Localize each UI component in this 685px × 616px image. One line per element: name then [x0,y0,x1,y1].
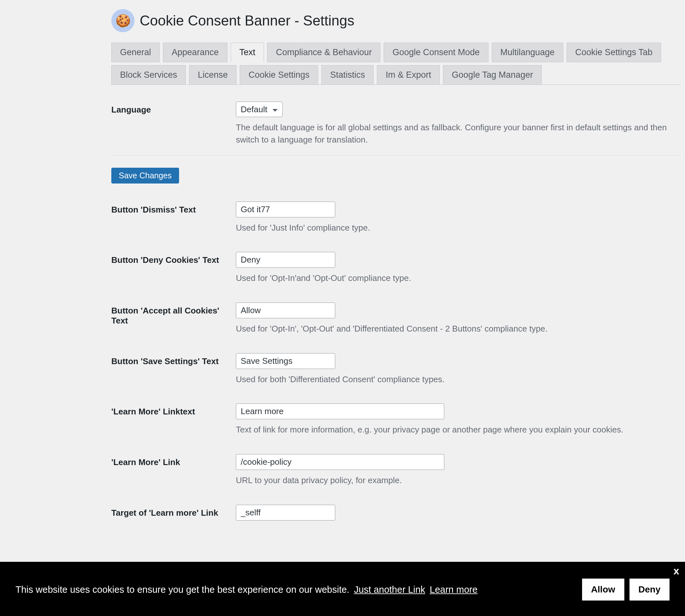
label-language: Language [111,102,236,146]
banner-link-learn-more[interactable]: Learn more [430,585,477,595]
tab-settingstab[interactable]: Cookie Settings Tab [566,43,661,62]
settings-tabs: GeneralAppearanceTextCompliance & Behavi… [111,43,681,85]
banner-link-another[interactable]: Just another Link [354,585,425,595]
language-select[interactable]: Default [236,102,283,117]
banner-close-icon[interactable]: x [673,565,679,577]
input-accept[interactable] [236,303,335,318]
desc-learnmore_link: URL to your data privacy policy, for exa… [236,475,675,487]
label-learnmore_target: Target of 'Learn more' Link [111,505,236,521]
tab-license[interactable]: License [189,65,236,85]
row-learnmore_target: Target of 'Learn more' Link [111,496,681,530]
input-deny[interactable] [236,252,335,268]
row-deny: Button 'Deny Cookies' TextUsed for 'Opt-… [111,243,681,293]
input-learnmore_text[interactable] [236,403,444,419]
input-learnmore_link[interactable] [236,454,444,470]
banner-message: This website uses cookies to ensure you … [16,585,349,595]
tab-compliance[interactable]: Compliance & Behaviour [267,43,380,62]
input-dismiss[interactable] [236,202,335,217]
tab-multilang[interactable]: Multilanguage [492,43,563,62]
row-accept: Button 'Accept all Cookies' TextUsed for… [111,293,681,344]
save-changes-button[interactable]: Save Changes [111,168,179,183]
desc-learnmore_text: Text of link for more information, e.g. … [236,424,675,436]
input-savesettings[interactable] [236,353,335,369]
label-savesettings: Button 'Save Settings' Text [111,353,236,386]
page-title: Cookie Consent Banner - Settings [140,13,354,29]
input-learnmore_target[interactable] [236,505,335,521]
desc-savesettings: Used for both 'Differentiated Consent' c… [236,373,675,386]
tab-cookiesettings[interactable]: Cookie Settings [240,65,318,85]
cookie-logo-icon: 🍪 [111,9,134,32]
label-accept: Button 'Accept all Cookies' Text [111,303,236,335]
save-row: Save Changes [111,155,681,193]
row-dismiss: Button 'Dismiss' TextUsed for 'Just Info… [111,193,681,243]
row-savesettings: Button 'Save Settings' TextUsed for both… [111,344,681,395]
desc-deny: Used for 'Opt-In'and 'Opt-Out' complianc… [236,272,675,284]
row-learnmore_link: 'Learn More' LinkURL to your data privac… [111,445,681,496]
desc-accept: Used for 'Opt-In', 'Opt-Out' and 'Differ… [236,323,675,335]
row-language: Language Default The default language is… [111,92,681,155]
cookie-consent-banner: x This website uses cookies to ensure yo… [0,562,685,616]
label-deny: Button 'Deny Cookies' Text [111,252,236,284]
tab-imexport[interactable]: Im & Export [377,65,440,85]
tab-general[interactable]: General [111,43,160,62]
tab-text[interactable]: Text [231,43,264,62]
desc-dismiss: Used for 'Just Info' compliance type. [236,222,675,234]
tab-block[interactable]: Block Services [111,65,186,85]
page-header: 🍪 Cookie Consent Banner - Settings [111,9,672,32]
tab-statistics[interactable]: Statistics [321,65,373,85]
row-learnmore_text: 'Learn More' LinktextText of link for mo… [111,394,681,445]
language-desc: The default language is for all global s… [236,122,675,146]
tab-appearance[interactable]: Appearance [163,43,228,62]
label-learnmore_link: 'Learn More' Link [111,454,236,487]
banner-deny-button[interactable]: Deny [629,578,669,600]
banner-allow-button[interactable]: Allow [582,578,624,600]
tab-gtm[interactable]: Google Tag Manager [443,65,542,85]
label-learnmore_text: 'Learn More' Linktext [111,403,236,436]
label-dismiss: Button 'Dismiss' Text [111,202,236,234]
tab-gcm[interactable]: Google Consent Mode [384,43,488,62]
